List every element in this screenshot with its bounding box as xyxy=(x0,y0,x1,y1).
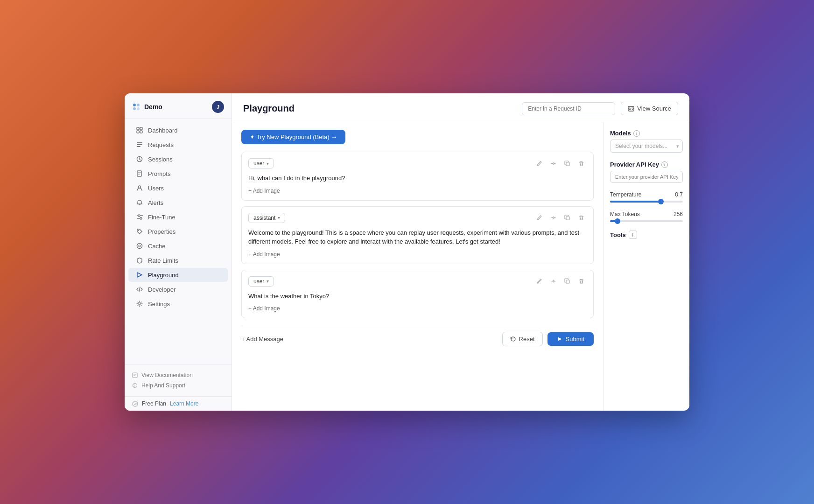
sidebar-item-alerts[interactable]: Alerts xyxy=(128,196,228,210)
message-actions-1 xyxy=(533,158,587,169)
message-header-2: assistant ▾ xyxy=(248,212,587,224)
chevron-down-icon: ▾ xyxy=(267,279,269,284)
svg-rect-7 xyxy=(140,131,142,133)
tools-label: Tools xyxy=(610,231,626,238)
temperature-section: Temperature 0.7 xyxy=(610,191,683,203)
try-new-playground-button[interactable]: ✦ Try New Playground (Beta) → xyxy=(241,130,345,144)
role-label-2: assistant xyxy=(253,215,275,221)
svg-point-1 xyxy=(137,104,140,106)
message-text-2: Welcome to the playground! This is a spa… xyxy=(248,228,587,246)
svg-point-14 xyxy=(138,230,139,231)
sidebar-item-rate-limits[interactable]: Rate Limits xyxy=(128,253,228,267)
delete-message-3-button[interactable] xyxy=(575,276,587,287)
sidebar-item-label: Properties xyxy=(148,228,175,235)
shield-icon xyxy=(136,257,143,264)
sidebar-item-label: Prompts xyxy=(148,170,170,177)
models-label: Models i xyxy=(610,130,683,137)
delete-message-1-button[interactable] xyxy=(575,158,587,169)
add-image-3-button[interactable]: + Add Image xyxy=(248,305,280,312)
svg-rect-23 xyxy=(566,162,569,166)
message-text-3: What is the weather in Tokyo? xyxy=(248,292,587,301)
role-badge-user-1[interactable]: user ▾ xyxy=(248,158,274,168)
source-icon xyxy=(628,105,634,112)
role-badge-assistant-2[interactable]: assistant ▾ xyxy=(248,213,285,223)
sidebar-item-properties[interactable]: Properties xyxy=(128,224,228,238)
sidebar-item-cache[interactable]: Cache xyxy=(128,239,228,253)
sidebar-item-dashboard[interactable]: Dashboard xyxy=(128,123,228,137)
role-label-3: user xyxy=(253,278,264,285)
message-header-3: user ▾ xyxy=(248,276,587,287)
models-section-label: Models xyxy=(610,130,631,137)
list-icon xyxy=(136,141,143,148)
support-link[interactable]: Help And Support xyxy=(132,380,224,391)
sidebar-item-developer[interactable]: Developer xyxy=(128,282,228,296)
learn-more-link[interactable]: Learn More xyxy=(170,400,198,407)
message-block-1: user ▾ xyxy=(241,152,594,201)
sidebar-nav: Dashboard Requests Sessions xyxy=(125,119,232,364)
tools-add-button[interactable]: + xyxy=(629,231,637,239)
models-section: Models i Select your models... xyxy=(610,130,683,153)
models-select-wrapper: Select your models... xyxy=(610,140,683,153)
message-block-3: user ▾ xyxy=(241,270,594,319)
svg-rect-25 xyxy=(566,217,569,220)
tag-icon xyxy=(136,228,143,235)
temperature-fill xyxy=(610,201,661,203)
avatar: J xyxy=(212,101,224,113)
svg-rect-27 xyxy=(566,280,569,283)
user-icon xyxy=(136,184,143,192)
edit-message-3-button[interactable] xyxy=(533,276,545,287)
models-select[interactable]: Select your models... xyxy=(610,140,683,153)
reset-icon xyxy=(510,336,516,342)
sidebar-item-users[interactable]: Users xyxy=(128,181,228,195)
add-message-button[interactable]: + Add Message xyxy=(241,334,283,344)
break-message-1-button[interactable] xyxy=(547,158,559,169)
header-right: View Source xyxy=(522,102,678,115)
temperature-slider[interactable] xyxy=(610,201,683,203)
svg-point-20 xyxy=(133,401,138,406)
add-image-1-button[interactable]: + Add Image xyxy=(248,188,280,194)
chat-area: ✦ Try New Playground (Beta) → user ▾ xyxy=(232,122,603,411)
svg-point-3 xyxy=(137,107,140,110)
chevron-down-icon: ▾ xyxy=(267,161,269,166)
provider-key-section-label: Provider API Key xyxy=(610,161,659,168)
max-tokens-slider[interactable] xyxy=(610,220,683,222)
body-area: ✦ Try New Playground (Beta) → user ▾ xyxy=(232,122,689,411)
message-header-1: user ▾ xyxy=(248,158,587,169)
sidebar-item-playground[interactable]: Playground xyxy=(128,268,228,282)
copy-message-2-button[interactable] xyxy=(561,212,573,224)
sidebar-item-prompts[interactable]: Prompts xyxy=(128,167,228,181)
chat-footer: + Add Message Reset Submit xyxy=(241,326,594,348)
sidebar-item-label: Rate Limits xyxy=(148,257,178,264)
submit-button[interactable]: Submit xyxy=(547,332,594,346)
play-icon xyxy=(136,271,143,279)
edit-message-1-button[interactable] xyxy=(533,158,545,169)
page-title: Playground xyxy=(243,103,295,114)
delete-message-2-button[interactable] xyxy=(575,212,587,224)
sidebar-item-settings[interactable]: Settings xyxy=(128,297,228,311)
free-plan-icon xyxy=(132,401,138,407)
copy-message-3-button[interactable] xyxy=(561,276,573,287)
copy-message-1-button[interactable] xyxy=(561,158,573,169)
provider-api-key-input[interactable] xyxy=(610,171,683,183)
sidebar-item-requests[interactable]: Requests xyxy=(128,138,228,152)
add-image-2-button[interactable]: + Add Image xyxy=(248,251,280,258)
break-message-3-button[interactable] xyxy=(547,276,559,287)
sidebar-item-sessions[interactable]: Sessions xyxy=(128,152,228,166)
svg-rect-18 xyxy=(133,373,137,378)
reset-button[interactable]: Reset xyxy=(502,332,543,346)
sidebar-item-label: Sessions xyxy=(148,156,173,163)
sidebar-item-label: Cache xyxy=(148,243,166,250)
docs-link[interactable]: View Documentation xyxy=(132,370,224,380)
free-plan-label: Free Plan xyxy=(142,400,166,407)
brand[interactable]: Demo xyxy=(132,103,162,111)
role-badge-user-3[interactable]: user ▾ xyxy=(248,276,274,287)
sidebar-item-fine-tune[interactable]: Fine-Tune xyxy=(128,210,228,224)
break-message-2-button[interactable] xyxy=(547,212,559,224)
reset-label: Reset xyxy=(519,336,535,343)
edit-message-2-button[interactable] xyxy=(533,212,545,224)
code-icon xyxy=(136,286,143,293)
request-id-input[interactable] xyxy=(522,102,615,115)
message-actions-2 xyxy=(533,212,587,224)
view-source-button[interactable]: View Source xyxy=(621,102,678,115)
svg-rect-4 xyxy=(137,127,139,130)
